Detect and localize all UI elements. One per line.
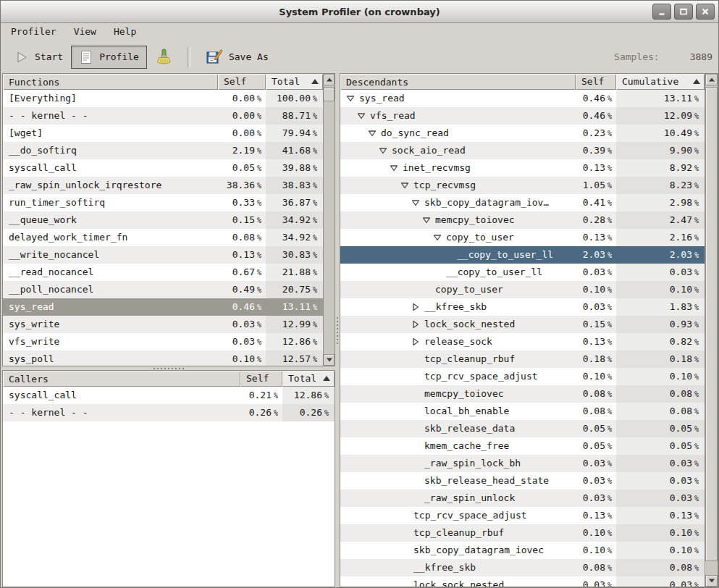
scrollbar-thumb[interactable] bbox=[705, 87, 718, 561]
tree-collapse-icon[interactable] bbox=[368, 129, 377, 138]
menu-help[interactable]: Help bbox=[112, 25, 138, 38]
table-row[interactable]: _raw_spin_unlock_irqrestore38.36%38.83% bbox=[3, 177, 323, 194]
table-row[interactable]: [wget]0.00%79.94% bbox=[3, 125, 323, 142]
table-row[interactable]: kmem_cache_free0.05%0.05% bbox=[340, 437, 705, 455]
self-column-header[interactable]: Self bbox=[576, 74, 616, 90]
total-percent: 0.03% bbox=[616, 490, 705, 507]
self-percent: 0.03% bbox=[576, 576, 616, 587]
menu-profiler[interactable]: Profiler bbox=[9, 25, 58, 38]
save-as-button[interactable]: Save As bbox=[198, 44, 277, 70]
table-row[interactable]: _raw_spin_lock_bh0.03%0.03% bbox=[340, 455, 705, 472]
table-row[interactable]: __poll_nocancel0.49%20.75% bbox=[3, 281, 323, 298]
table-row[interactable]: local_bh_enable0.08%0.08% bbox=[340, 403, 705, 420]
table-row[interactable]: skb_copy_datagram_iovec0.10%0.10% bbox=[340, 542, 705, 559]
tree-expand-icon[interactable] bbox=[411, 337, 420, 346]
function-name: lock_sock_nested bbox=[424, 316, 515, 333]
cumulative-column-header[interactable]: Cumulative bbox=[616, 74, 705, 90]
tree-expand-icon[interactable] bbox=[411, 303, 420, 311]
table-row[interactable]: __copy_to_user_ll0.03%0.03% bbox=[340, 264, 705, 281]
total-column-header[interactable]: Total bbox=[266, 74, 323, 90]
table-row[interactable]: __write_nocancel0.13%30.83% bbox=[3, 246, 323, 264]
table-row[interactable]: tcp_cleanup_rbuf0.18%0.18% bbox=[340, 350, 705, 368]
table-row[interactable]: tcp_rcv_space_adjust0.13%0.13% bbox=[340, 507, 705, 524]
table-row[interactable]: [Everything]0.00%100.00% bbox=[3, 90, 323, 107]
functions-column-header[interactable]: Functions bbox=[3, 74, 218, 90]
self-percent: 0.03% bbox=[218, 316, 266, 333]
table-row[interactable]: __copy_to_user_ll2.03%2.03% bbox=[340, 246, 705, 264]
profile-toggle-button[interactable]: Profile bbox=[71, 46, 147, 69]
reset-button[interactable] bbox=[147, 44, 180, 70]
menu-view[interactable]: View bbox=[72, 25, 98, 38]
tree-collapse-icon[interactable] bbox=[400, 181, 409, 190]
table-row[interactable]: sys_read0.46%13.11% bbox=[3, 298, 323, 316]
percent-sign: % bbox=[607, 564, 612, 572]
table-row[interactable]: skb_release_head_state0.03%0.03% bbox=[340, 472, 705, 490]
table-row[interactable]: do_sync_read0.23%10.49% bbox=[340, 125, 705, 142]
table-row[interactable]: syscall_call0.05%39.88% bbox=[3, 159, 323, 177]
table-row[interactable]: tcp_recvmsg1.05%8.23% bbox=[340, 177, 705, 194]
callers-column-header[interactable]: Callers bbox=[3, 371, 240, 387]
scroll-up-icon[interactable] bbox=[324, 74, 335, 85]
table-row[interactable]: tcp_cleanup_rbuf0.10%0.10% bbox=[340, 524, 705, 542]
table-row[interactable]: - - kernel - -0.00%88.71% bbox=[3, 107, 323, 125]
table-row[interactable]: tcp_rcv_space_adjust0.10%0.10% bbox=[340, 368, 705, 385]
tree-collapse-icon[interactable] bbox=[357, 112, 366, 120]
table-row[interactable]: __kfree_skb0.03%1.83% bbox=[340, 298, 705, 316]
scroll-down-icon[interactable] bbox=[705, 575, 718, 587]
table-row[interactable]: memcpy_toiovec0.28%2.47% bbox=[340, 211, 705, 229]
tree-collapse-icon[interactable] bbox=[433, 233, 442, 242]
table-row[interactable]: copy_to_user0.10%0.10% bbox=[340, 281, 705, 298]
table-row[interactable]: __read_nocancel0.67%21.88% bbox=[3, 264, 323, 281]
percent-sign: % bbox=[694, 217, 699, 224]
percent-sign: % bbox=[607, 425, 612, 433]
scrollbar-thumb[interactable] bbox=[324, 87, 335, 101]
sort-ascending-icon bbox=[311, 79, 319, 84]
table-row[interactable]: delayed_work_timer_fn0.08%34.92% bbox=[3, 229, 323, 246]
total-percent: 0.26% bbox=[282, 404, 335, 421]
table-row[interactable]: __kfree_skb0.08%0.08% bbox=[340, 559, 705, 576]
descendants-column-header[interactable]: Descendants bbox=[340, 74, 576, 90]
name-cell: skb_release_head_state bbox=[340, 472, 576, 490]
maximize-button[interactable] bbox=[674, 4, 693, 20]
table-row[interactable]: skb_release_data0.05%0.05% bbox=[340, 420, 705, 437]
minimize-button[interactable] bbox=[652, 4, 671, 20]
total-percent: 8.23% bbox=[616, 177, 705, 194]
self-column-header[interactable]: Self bbox=[240, 371, 282, 387]
self-column-header[interactable]: Self bbox=[218, 74, 266, 90]
tree-collapse-icon[interactable] bbox=[390, 164, 398, 172]
total-column-header[interactable]: Total bbox=[282, 371, 335, 387]
descendants-scrollbar[interactable] bbox=[705, 74, 718, 587]
functions-scrollbar[interactable] bbox=[323, 74, 335, 366]
table-row[interactable]: syscall_call0.21%12.86% bbox=[3, 387, 335, 404]
table-row[interactable]: sys_poll0.10%12.57% bbox=[3, 350, 323, 366]
total-percent: 38.83% bbox=[266, 177, 323, 194]
title-bar[interactable]: System Profiler (on crownbay) bbox=[1, 1, 718, 23]
tree-collapse-icon[interactable] bbox=[346, 94, 355, 103]
table-row[interactable]: vfs_write0.03%12.86% bbox=[3, 333, 323, 350]
scroll-down-icon[interactable] bbox=[324, 354, 335, 366]
start-button[interactable]: Start bbox=[7, 46, 71, 69]
table-row[interactable]: memcpy_toiovec0.08%0.08% bbox=[340, 385, 705, 403]
table-row[interactable]: sys_read0.46%13.11% bbox=[340, 90, 705, 107]
tree-collapse-icon[interactable] bbox=[411, 198, 420, 207]
table-row[interactable]: lock_sock_nested0.03%0.03% bbox=[340, 576, 705, 587]
table-row[interactable]: lock_sock_nested0.15%0.93% bbox=[340, 316, 705, 333]
tree-expand-icon[interactable] bbox=[411, 320, 420, 329]
tree-collapse-icon[interactable] bbox=[379, 146, 387, 155]
close-button[interactable] bbox=[696, 4, 715, 20]
table-row[interactable]: sys_write0.03%12.99% bbox=[3, 316, 323, 333]
table-row[interactable]: - - kernel - -0.26%0.26% bbox=[3, 404, 335, 421]
scroll-up-icon[interactable] bbox=[705, 74, 718, 85]
table-row[interactable]: copy_to_user0.13%2.16% bbox=[340, 229, 705, 246]
table-row[interactable]: inet_recvmsg0.13%8.92% bbox=[340, 159, 705, 177]
table-row[interactable]: vfs_read0.46%12.09% bbox=[340, 107, 705, 125]
table-row[interactable]: _raw_spin_unlock0.03%0.03% bbox=[340, 490, 705, 507]
tree-collapse-icon[interactable] bbox=[422, 216, 431, 224]
table-row[interactable]: release_sock0.13%0.82% bbox=[340, 333, 705, 350]
table-row[interactable]: run_timer_softirq0.33%36.87% bbox=[3, 194, 323, 211]
self-percent: 0.00% bbox=[218, 125, 266, 142]
table-row[interactable]: __do_softirq2.19%41.68% bbox=[3, 142, 323, 159]
table-row[interactable]: skb_copy_datagram_iov…0.41%2.98% bbox=[340, 194, 705, 211]
table-row[interactable]: sock_aio_read0.39%9.90% bbox=[340, 142, 705, 159]
table-row[interactable]: __queue_work0.15%34.92% bbox=[3, 211, 323, 229]
